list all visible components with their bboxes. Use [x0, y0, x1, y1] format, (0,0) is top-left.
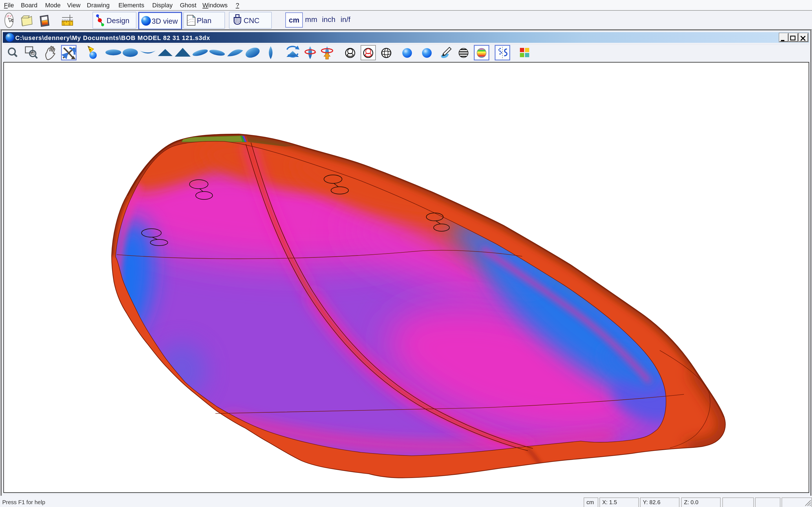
svg-text:1: 1 [63, 22, 65, 25]
svg-text:0: 0 [69, 22, 70, 25]
